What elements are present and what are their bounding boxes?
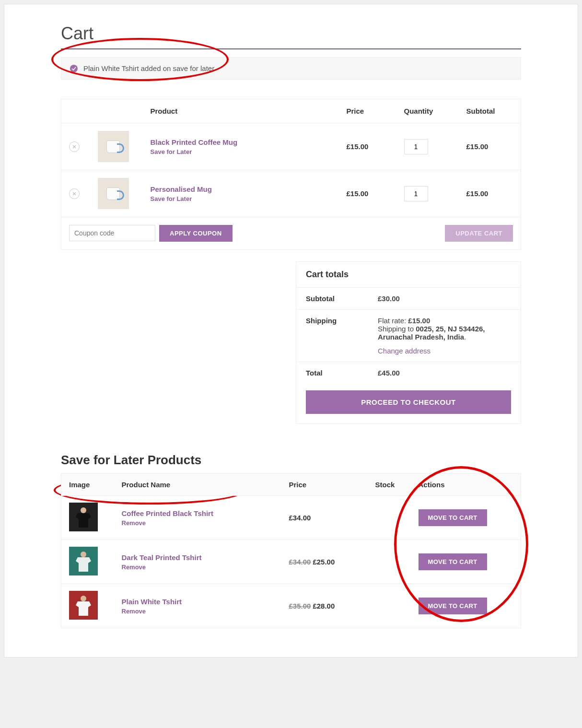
item-subtotal: £15.00 — [459, 123, 521, 170]
title-divider — [61, 48, 521, 49]
product-name-link[interactable]: Coffee Printed Black Tshirt — [122, 509, 213, 517]
save-for-later-link[interactable]: Save for Later — [151, 195, 192, 202]
quantity-input[interactable] — [404, 186, 428, 201]
notice-banner: Plain White Tshirt added on save for lat… — [61, 57, 521, 80]
remove-item-button[interactable] — [69, 188, 80, 199]
move-to-cart-button[interactable]: MOVE TO CART — [419, 598, 487, 614]
old-price: £34.00 — [289, 558, 311, 566]
check-circle-icon — [70, 65, 78, 72]
product-thumbnail[interactable] — [69, 503, 98, 531]
notice-text: Plain White Tshirt added on save for lat… — [83, 64, 214, 72]
col-quantity: Quantity — [396, 99, 459, 123]
total-label: Total — [306, 369, 378, 377]
product-name-link[interactable]: Dark Teal Printed Tshirt — [122, 553, 202, 562]
col-subtotal: Subtotal — [459, 99, 521, 123]
svg-point-3 — [81, 552, 86, 557]
saved-products-table: Image Product Name Price Stock Actions C… — [61, 473, 521, 628]
flat-rate-label: Flat rate: — [378, 317, 408, 325]
cart-table: Product Price Quantity Subtotal Black Pr… — [61, 99, 521, 250]
proceed-to-checkout-button[interactable]: PROCEED TO CHECKOUT — [306, 390, 511, 414]
coupon-input[interactable] — [69, 225, 155, 241]
item-price: £15.00 — [339, 170, 396, 217]
product-name-link[interactable]: Plain White Tshirt — [122, 598, 182, 606]
remove-item-button[interactable] — [69, 141, 80, 152]
current-price: £34.00 — [289, 514, 311, 522]
remove-saved-link[interactable]: Remove — [122, 519, 146, 527]
saved-row: Plain White TshirtRemove£35.00£28.00MOVE… — [61, 584, 521, 628]
total-value: £45.00 — [378, 369, 400, 377]
col-actions: Actions — [411, 474, 521, 496]
svg-point-1 — [81, 507, 86, 513]
cart-totals-box: Cart totals Subtotal £30.00 Shipping Fla… — [296, 261, 521, 424]
product-thumbnail[interactable] — [98, 178, 129, 209]
apply-coupon-button[interactable]: APPLY COUPON — [159, 225, 233, 242]
save-for-later-heading: Save for Later Products — [61, 453, 521, 468]
product-name-link[interactable]: Black Printed Coffee Mug — [151, 138, 238, 146]
update-cart-button[interactable]: UPDATE CART — [445, 225, 513, 242]
shipping-to-label: Shipping to — [378, 325, 416, 333]
flat-rate-value: £15.00 — [408, 317, 430, 325]
product-thumbnail[interactable] — [98, 131, 129, 162]
item-subtotal: £15.00 — [459, 170, 521, 217]
product-thumbnail[interactable] — [69, 547, 98, 575]
save-for-later-link[interactable]: Save for Later — [151, 148, 192, 155]
shipping-label: Shipping — [306, 317, 378, 355]
remove-saved-link[interactable]: Remove — [122, 564, 146, 571]
page-title: Cart — [61, 23, 521, 44]
old-price: £35.00 — [289, 602, 311, 610]
col-stock: Stock — [368, 474, 411, 496]
svg-point-5 — [81, 596, 86, 601]
col-name: Product Name — [114, 474, 281, 496]
remove-saved-link[interactable]: Remove — [122, 608, 146, 615]
cart-row: Black Printed Coffee MugSave for Later£1… — [61, 123, 521, 170]
cart-totals-heading: Cart totals — [296, 262, 521, 288]
saved-row: Coffee Printed Black TshirtRemove£34.00M… — [61, 496, 521, 540]
move-to-cart-button[interactable]: MOVE TO CART — [419, 553, 487, 570]
change-address-link[interactable]: Change address — [378, 347, 431, 355]
current-price: £28.00 — [313, 602, 335, 610]
saved-row: Dark Teal Printed TshirtRemove£34.00£25.… — [61, 540, 521, 584]
current-price: £25.00 — [313, 558, 335, 566]
item-price: £15.00 — [339, 123, 396, 170]
subtotal-label: Subtotal — [306, 294, 378, 303]
col-product: Product — [143, 99, 339, 123]
subtotal-value: £30.00 — [378, 294, 400, 303]
move-to-cart-button[interactable]: MOVE TO CART — [419, 509, 487, 526]
cart-row: Personalised MugSave for Later£15.00£15.… — [61, 170, 521, 217]
col-image: Image — [61, 474, 114, 496]
col-price: Price — [339, 99, 396, 123]
product-thumbnail[interactable] — [69, 591, 98, 620]
quantity-input[interactable] — [404, 139, 428, 154]
col-price: Price — [281, 474, 368, 496]
product-name-link[interactable]: Personalised Mug — [151, 185, 212, 193]
